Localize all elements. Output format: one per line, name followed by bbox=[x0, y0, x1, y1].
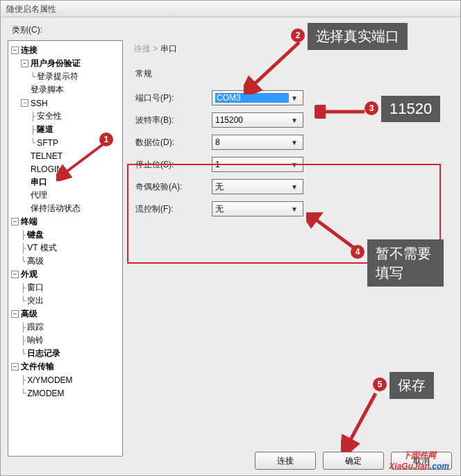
tree-serial[interactable]: 串口 bbox=[19, 176, 121, 189]
tree-trace[interactable]: ├跟踪 bbox=[19, 321, 121, 334]
collapse-icon[interactable]: − bbox=[11, 46, 19, 54]
annotation-text-3: 11520 bbox=[381, 96, 440, 122]
chevron-down-icon: ▼ bbox=[289, 94, 300, 102]
tree-keepalive[interactable]: 保持活动状态 bbox=[19, 202, 121, 215]
baud-combo[interactable]: 115200 ▼ bbox=[212, 112, 303, 128]
tree-filetransfer[interactable]: −文件传输 bbox=[10, 360, 121, 373]
ok-button[interactable]: 确定 bbox=[323, 452, 384, 470]
collapse-icon[interactable]: − bbox=[11, 310, 19, 318]
collapse-icon[interactable]: − bbox=[11, 363, 19, 371]
tree-advanced-term[interactable]: └高级 bbox=[19, 255, 121, 268]
annotation-badge-3: 3 bbox=[364, 101, 378, 115]
chevron-down-icon: ▼ bbox=[289, 139, 300, 146]
breadcrumb-current: 串口 bbox=[160, 44, 177, 53]
tree-appearance[interactable]: −外观 bbox=[10, 268, 121, 281]
annotation-badge-5: 5 bbox=[373, 377, 387, 391]
tree-advanced[interactable]: −高级 bbox=[10, 307, 121, 321]
tree-bell[interactable]: ├响铃 bbox=[19, 334, 121, 347]
tree-ssh[interactable]: −SSH bbox=[19, 96, 121, 110]
tree-connection[interactable]: −连接 bbox=[10, 44, 121, 57]
port-combo[interactable]: COM3 ▼ bbox=[212, 90, 303, 105]
tree-window[interactable]: ├窗口 bbox=[19, 281, 121, 294]
tree-xymodem[interactable]: ├X/YMODEM bbox=[19, 373, 121, 386]
collapse-icon[interactable]: − bbox=[11, 218, 19, 226]
breadcrumb-parent: 连接 bbox=[134, 44, 151, 53]
window-titlebar: 随便启名属性 bbox=[1, 1, 460, 17]
tree-logging[interactable]: └日志记录 bbox=[19, 347, 121, 360]
port-label: 端口号(P): bbox=[135, 92, 212, 104]
tree-highlight[interactable]: └突出 bbox=[19, 294, 121, 307]
databits-value: 8 bbox=[215, 137, 289, 147]
baud-value: 115200 bbox=[215, 115, 289, 125]
connect-button[interactable]: 连接 bbox=[255, 452, 316, 470]
annotation-text-5: 保存 bbox=[389, 372, 434, 399]
window-title: 随便启名属性 bbox=[6, 4, 56, 14]
cancel-button[interactable]: 取消 bbox=[391, 452, 452, 470]
databits-combo[interactable]: 8 ▼ bbox=[212, 135, 303, 150]
tree-zmodem[interactable]: └ZMODEM bbox=[19, 386, 121, 400]
collapse-icon[interactable]: − bbox=[11, 271, 19, 278]
baud-label: 波特率(B): bbox=[135, 114, 212, 126]
annotation-badge-1: 1 bbox=[99, 133, 113, 146]
tree-script[interactable]: 登录脚本 bbox=[19, 83, 121, 96]
annotation-text-2: 选择真实端口 bbox=[308, 23, 408, 50]
chevron-down-icon: ▼ bbox=[289, 117, 300, 124]
annotation-text-4: 暂不需要填写 bbox=[367, 239, 444, 287]
tree-rlogin[interactable]: RLOGIN bbox=[19, 162, 121, 176]
annotation-badge-4: 4 bbox=[351, 245, 364, 259]
section-general: 常规 bbox=[135, 68, 453, 80]
annotation-badge-2: 2 bbox=[291, 28, 305, 42]
tree-proxy[interactable]: 代理 bbox=[19, 189, 121, 202]
category-tree[interactable]: −连接 −用户身份验证 └登录提示符 登录脚本 −SSH ├安全性 bbox=[8, 40, 123, 457]
tree-security[interactable]: ├安全性 bbox=[29, 110, 121, 123]
tree-prompt[interactable]: └登录提示符 bbox=[29, 70, 121, 83]
databits-label: 数据位(D): bbox=[135, 137, 212, 148]
tree-vtmode[interactable]: ├VT 模式 bbox=[19, 241, 121, 255]
dialog-buttons: 连接 确定 取消 bbox=[255, 452, 452, 470]
tree-terminal[interactable]: −终端 bbox=[10, 215, 121, 228]
tree-keyboard[interactable]: ├键盘 bbox=[19, 228, 121, 241]
collapse-icon[interactable]: − bbox=[21, 99, 28, 107]
tree-auth[interactable]: −用户身份验证 bbox=[19, 57, 121, 70]
collapse-icon[interactable]: − bbox=[21, 60, 28, 67]
tree-telnet[interactable]: TELNET bbox=[19, 149, 121, 162]
port-value: COM3 bbox=[215, 93, 289, 103]
